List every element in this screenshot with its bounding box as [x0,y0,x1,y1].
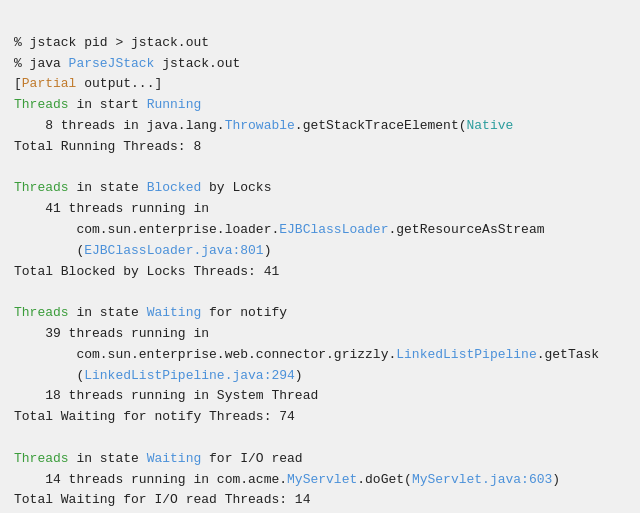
code-line: (LinkedListPipeline.java:294) [14,366,626,387]
code-text-segment: Native [467,118,514,133]
code-text-segment: % java [14,56,69,71]
code-line: 41 threads running in [14,199,626,220]
code-text-segment: com.sun.enterprise.loader. [14,222,279,237]
code-text-segment: Partial [22,76,77,91]
code-text-segment: ) [264,243,272,258]
code-text-segment: .getTask [537,347,599,362]
code-text-segment: 41 threads running in [14,201,209,216]
code-text-segment: MyServlet [287,472,357,487]
code-line [14,282,626,303]
code-text-segment: for I/O read [201,451,302,466]
code-text-segment: Total Waiting for I/O read Threads: 14 [14,492,310,507]
code-line: Threads in state Blocked by Locks [14,178,626,199]
code-text-segment: 8 threads in java.lang. [14,118,225,133]
code-text-segment: Running [147,97,202,112]
code-text-segment: [ [14,76,22,91]
code-line: Threads in state Waiting for notify [14,303,626,324]
code-line: 8 threads in java.lang.Throwable.getStac… [14,116,626,137]
code-line: 14 threads running in com.acme.MyServlet… [14,470,626,491]
code-text-segment: ) [295,368,303,383]
code-line: % java ParseJStack jstack.out [14,54,626,75]
code-text-segment: Threads [14,451,69,466]
code-line: % jstack pid > jstack.out [14,33,626,54]
code-text-segment: in state [69,305,147,320]
code-text-segment: 14 threads running in com.acme. [14,472,287,487]
code-text-segment: Blocked [147,180,202,195]
code-text-segment: LinkedListPipeline [396,347,536,362]
code-line: Total Running Threads: 8 [14,137,626,158]
code-text-segment: .doGet( [357,472,412,487]
code-line [14,428,626,449]
code-text-segment: Threads [14,305,69,320]
code-line: 18 threads running in System Thread [14,386,626,407]
code-text-segment: .getResourceAsStream [388,222,544,237]
code-text-segment: % jstack pid > jstack.out [14,35,209,50]
code-text-segment: ParseJStack [69,56,155,71]
code-text-segment: EJBClassLoader.java:801 [84,243,263,258]
code-text-segment: Total Waiting for notify Threads: 74 [14,409,295,424]
code-text-segment: Threads [14,180,69,195]
code-text-segment: in start [69,97,147,112]
code-line: com.sun.enterprise.loader.EJBClassLoader… [14,220,626,241]
code-text-segment: jstack.out [154,56,240,71]
code-line: Total Blocked by Locks Threads: 41 [14,262,626,283]
code-line: com.sun.enterprise.web.connector.grizzly… [14,345,626,366]
code-text-segment: 18 threads running in System Thread [14,388,318,403]
code-text-segment: ) [552,472,560,487]
code-text-segment: Waiting [147,305,202,320]
code-text-segment: in state [69,451,147,466]
code-text-segment: Total Blocked by Locks Threads: 41 [14,264,279,279]
code-line: Threads in state Waiting for I/O read [14,449,626,470]
code-line [14,158,626,179]
code-text-segment: in state [69,180,147,195]
code-text-segment: .getStackTraceElement( [295,118,467,133]
code-text-segment: by Locks [201,180,271,195]
code-text-segment: EJBClassLoader [279,222,388,237]
code-line: Threads in start Running [14,95,626,116]
code-text-segment: com.sun.enterprise.web.connector.grizzly… [14,347,396,362]
code-text-segment: ( [14,368,84,383]
code-line: Total Waiting for notify Threads: 74 [14,407,626,428]
code-text-segment: LinkedListPipeline.java:294 [84,368,295,383]
code-text-segment: Waiting [147,451,202,466]
code-output: % jstack pid > jstack.out% java ParseJSt… [14,12,626,511]
code-line: [Partial output...] [14,74,626,95]
code-line: Total Waiting for I/O read Threads: 14 [14,490,626,511]
code-line: 39 threads running in [14,324,626,345]
code-text-segment: for notify [201,305,287,320]
code-text-segment: 39 threads running in [14,326,209,341]
code-text-segment: Throwable [225,118,295,133]
code-text-segment: MyServlet.java:603 [412,472,552,487]
code-text-segment: ( [14,243,84,258]
code-text-segment: Threads [14,97,69,112]
code-line: (EJBClassLoader.java:801) [14,241,626,262]
code-text-segment: Total Running Threads: 8 [14,139,201,154]
code-text-segment: output...] [76,76,162,91]
